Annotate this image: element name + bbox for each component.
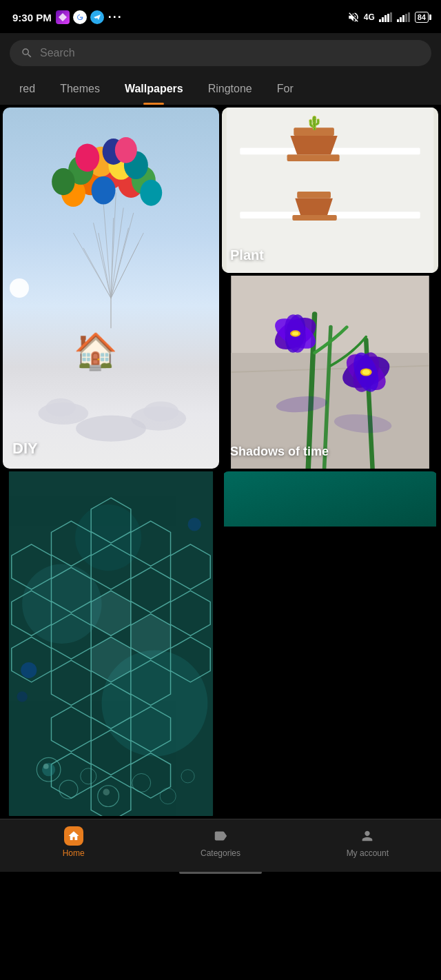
status-right: 4G 84: [347, 11, 429, 23]
signal-bars: [379, 12, 393, 22]
search-input[interactable]: [40, 47, 420, 59]
myaccount-icon: [358, 826, 377, 846]
svg-rect-2: [379, 19, 381, 22]
svg-line-18: [103, 203, 111, 298]
iris-illustration: [222, 276, 438, 469]
bubbles-illustration: [3, 471, 219, 816]
card-bubbles[interactable]: [3, 471, 219, 816]
tab-themes[interactable]: Themes: [48, 73, 112, 105]
svg-line-19: [94, 223, 111, 298]
svg-rect-55: [292, 215, 336, 221]
svg-rect-7: [397, 19, 399, 22]
svg-rect-8: [400, 17, 402, 22]
balloons-illustration: 🏠: [3, 108, 219, 469]
google-icon: [73, 10, 87, 24]
svg-line-17: [111, 208, 123, 298]
card-diy[interactable]: 🏠 DIY: [3, 108, 219, 469]
svg-marker-50: [290, 136, 337, 154]
svg-point-117: [103, 789, 110, 796]
svg-rect-6: [390, 12, 392, 22]
svg-point-73: [362, 369, 370, 374]
telegram-icon: [90, 10, 104, 24]
svg-point-67: [292, 331, 298, 336]
more-dots[interactable]: ···: [108, 10, 123, 25]
card-plant[interactable]: 🌵 Plant: [222, 108, 438, 273]
nav-home-label: Home: [63, 848, 85, 858]
content-grid: 🏠 DIY 🌵 Pl: [0, 105, 441, 819]
svg-line-22: [111, 233, 143, 298]
card-diy-label: DIY: [12, 440, 38, 458]
card-shadows[interactable]: Plant Shadows of time: [222, 276, 438, 469]
svg-point-44: [143, 401, 178, 421]
svg-rect-4: [384, 15, 387, 22]
mute-icon: [347, 11, 360, 23]
svg-rect-10: [405, 14, 407, 22]
svg-point-34: [140, 180, 162, 206]
nav-categories[interactable]: Categories: [193, 826, 248, 858]
svg-point-31: [52, 168, 74, 195]
tab-featured[interactable]: red: [7, 73, 48, 105]
svg-point-77: [22, 564, 101, 644]
signal-bars-2: [397, 12, 411, 22]
svg-rect-122: [224, 471, 436, 527]
app-icons: [56, 10, 104, 24]
home-icon: [64, 826, 83, 846]
svg-line-21: [73, 233, 111, 298]
svg-point-45: [76, 416, 146, 442]
tab-for[interactable]: For: [265, 73, 306, 105]
categories-icon: [211, 826, 230, 846]
svg-line-13: [99, 233, 111, 298]
status-left: 9:30 PM ···: [12, 10, 123, 25]
network-type: 4G: [364, 12, 375, 22]
svg-text:🏠: 🏠: [74, 330, 118, 372]
status-bar: 9:30 PM ··· 4G: [0, 0, 441, 33]
svg-point-38: [115, 137, 137, 163]
tab-navigation: red Themes Wallpapers Ringtone For: [0, 73, 441, 105]
battery-indicator: 84: [415, 12, 429, 23]
tab-ringtone[interactable]: Ringtone: [196, 73, 265, 105]
search-icon: [21, 47, 33, 59]
search-bar[interactable]: [10, 40, 431, 66]
svg-point-119: [17, 691, 27, 702]
svg-text:🌵: 🌵: [306, 114, 323, 131]
svg-point-79: [75, 504, 141, 571]
nav-myaccount-label: My account: [347, 848, 389, 858]
svg-point-37: [75, 143, 99, 172]
nav-categories-label: Categories: [201, 848, 240, 858]
svg-point-120: [188, 518, 201, 531]
card-shadows-text: Shadows of time: [230, 445, 329, 459]
svg-point-42: [45, 398, 76, 416]
svg-rect-5: [387, 14, 389, 22]
tab-wallpapers[interactable]: Wallpapers: [112, 73, 196, 105]
card-partial[interactable]: [222, 471, 438, 816]
svg-marker-54: [295, 198, 333, 215]
svg-rect-53: [297, 192, 331, 198]
svg-rect-11: [408, 12, 410, 22]
search-container: [0, 33, 441, 73]
svg-point-118: [21, 662, 37, 678]
svg-point-35: [92, 176, 116, 205]
app-icon-1: [56, 10, 70, 24]
svg-rect-3: [382, 17, 384, 22]
home-indicator: [0, 872, 441, 876]
bottom-navigation: Home Categories My account: [0, 819, 441, 872]
svg-rect-9: [402, 15, 404, 22]
card-plant-label: Plant: [230, 247, 264, 263]
time-display: 9:30 PM: [12, 12, 52, 23]
partial-card-illustration: [222, 471, 438, 527]
nav-home[interactable]: Home: [46, 826, 101, 858]
svg-point-116: [43, 764, 49, 769]
nav-myaccount[interactable]: My account: [340, 826, 395, 858]
svg-rect-51: [287, 154, 340, 161]
